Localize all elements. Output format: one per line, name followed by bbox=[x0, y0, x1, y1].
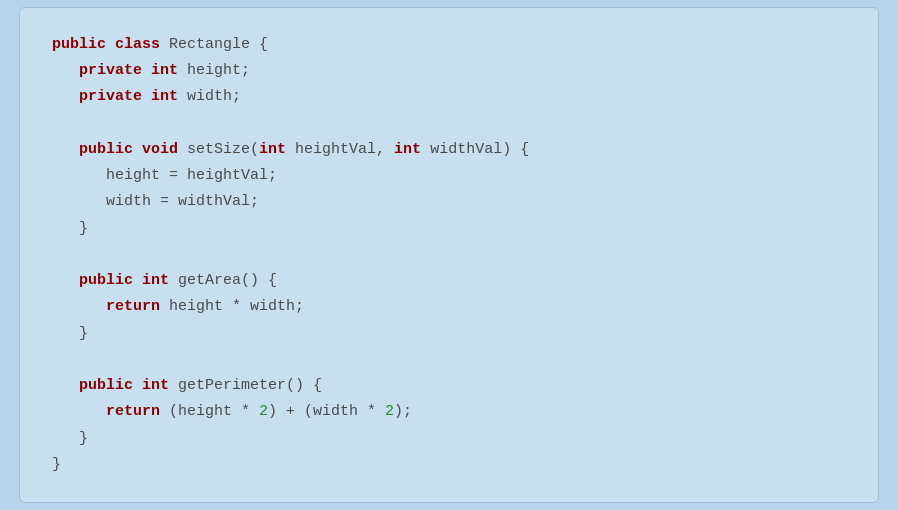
close-brace-2: } bbox=[79, 325, 88, 342]
keyword-public-3: public bbox=[79, 377, 142, 394]
code-container: public class Rectangle { private int hei… bbox=[19, 7, 879, 503]
code-line-14: public int getPerimeter() { bbox=[52, 373, 846, 399]
method-getperimeter: getPerimeter() { bbox=[178, 377, 322, 394]
code-line-2: private int height; bbox=[52, 58, 846, 84]
code-line-15: return (height * 2) + (width * 2); bbox=[52, 399, 846, 425]
return-type-int-2: int bbox=[142, 377, 178, 394]
stmt-return-peri-1: (height * bbox=[169, 403, 259, 420]
field-height: height; bbox=[187, 62, 250, 79]
stmt-return-peri-3: ); bbox=[394, 403, 412, 420]
keyword-public-2: public bbox=[79, 272, 142, 289]
keyword-private-2: private bbox=[79, 88, 151, 105]
keyword-return-1: return bbox=[106, 298, 169, 315]
code-line-9 bbox=[52, 242, 846, 268]
code-line-11: return height * width; bbox=[52, 294, 846, 320]
field-width: width; bbox=[187, 88, 241, 105]
keyword-public: public class bbox=[52, 36, 169, 53]
stmt-height-assign: height = heightVal; bbox=[106, 167, 277, 184]
param-widthval: widthVal) { bbox=[430, 141, 529, 158]
code-line-1: public class Rectangle { bbox=[52, 32, 846, 58]
literal-2-1: 2 bbox=[259, 403, 268, 420]
keyword-private: private bbox=[79, 62, 151, 79]
close-brace-3: } bbox=[79, 430, 88, 447]
code-line-8: } bbox=[52, 216, 846, 242]
code-line-16: } bbox=[52, 426, 846, 452]
code-line-3: private int width; bbox=[52, 84, 846, 110]
type-int-2: int bbox=[151, 88, 187, 105]
stmt-return-peri-2: ) + (width * bbox=[268, 403, 385, 420]
type-int-1: int bbox=[151, 62, 187, 79]
param-type-int-1: int bbox=[259, 141, 295, 158]
code-line-12: } bbox=[52, 321, 846, 347]
code-line-13 bbox=[52, 347, 846, 373]
stmt-width-assign: width = widthVal; bbox=[106, 193, 259, 210]
code-line-10: public int getArea() { bbox=[52, 268, 846, 294]
close-brace-class: } bbox=[52, 456, 61, 473]
method-getarea: getArea() { bbox=[178, 272, 277, 289]
code-line-6: height = heightVal; bbox=[52, 163, 846, 189]
param-type-int-2: int bbox=[394, 141, 430, 158]
keyword-public-void: public void bbox=[79, 141, 187, 158]
code-line-4 bbox=[52, 111, 846, 137]
code-line-7: width = widthVal; bbox=[52, 189, 846, 215]
return-type-int-1: int bbox=[142, 272, 178, 289]
code-block: public class Rectangle { private int hei… bbox=[52, 32, 846, 478]
param-heightval: heightVal, bbox=[295, 141, 394, 158]
close-brace-1: } bbox=[79, 220, 88, 237]
stmt-return-area: height * width; bbox=[169, 298, 304, 315]
literal-2-2: 2 bbox=[385, 403, 394, 420]
keyword-return-2: return bbox=[106, 403, 169, 420]
code-line-5: public void setSize(int heightVal, int w… bbox=[52, 137, 846, 163]
code-line-17: } bbox=[52, 452, 846, 478]
method-setsize: setSize( bbox=[187, 141, 259, 158]
class-name: Rectangle { bbox=[169, 36, 268, 53]
